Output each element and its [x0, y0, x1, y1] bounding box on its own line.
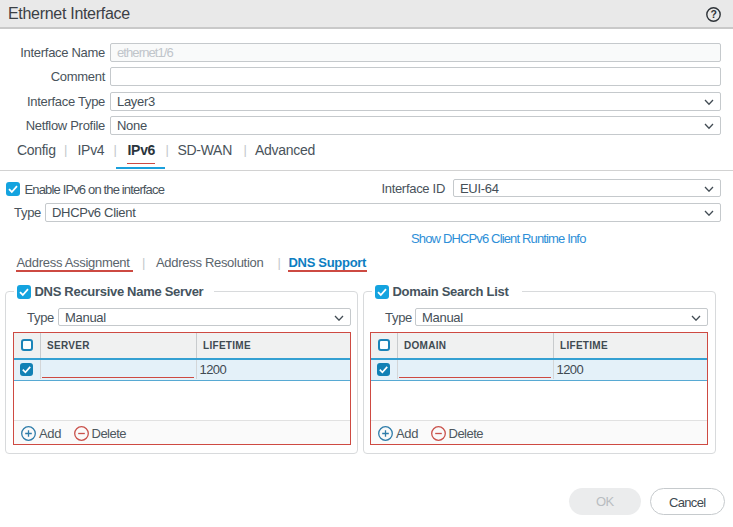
svg-text:?: ?: [710, 8, 716, 20]
